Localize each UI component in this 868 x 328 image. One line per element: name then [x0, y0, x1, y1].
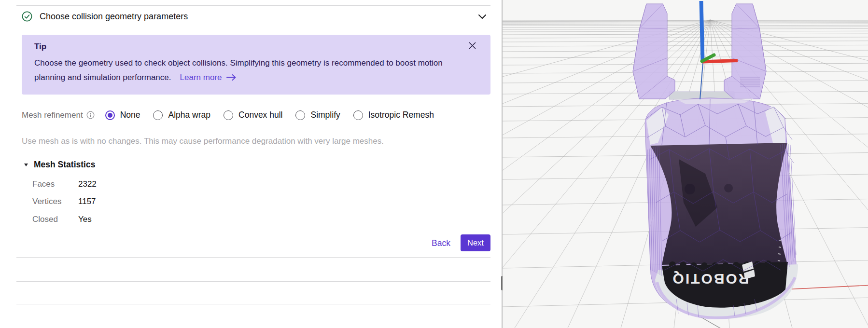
- section-import-hierarchy[interactable]: Choose import hierarchy: [0, 304, 502, 328]
- stat-label: Closed: [32, 215, 78, 224]
- check-circle-icon: [22, 11, 32, 22]
- tip-body: Choose the geometry used to check object…: [34, 56, 447, 85]
- radio-label: Convex hull: [238, 110, 282, 120]
- radio-option-alpha-wrap[interactable]: Alpha wrap: [153, 110, 210, 120]
- import-wizard-panel: Choose collision geometry parameters Tip…: [0, 0, 502, 328]
- stat-label: Faces: [32, 179, 78, 189]
- radio-option-none[interactable]: None: [105, 110, 140, 120]
- section-user-data[interactable]: Add optional user data: [0, 281, 502, 304]
- chevron-down-icon[interactable]: [478, 14, 487, 19]
- divider: [16, 5, 490, 6]
- refinement-description: Use mesh as is with no changes. This may…: [22, 137, 384, 146]
- next-button[interactable]: Next: [461, 234, 490, 251]
- stat-value: 1157: [78, 197, 96, 206]
- tip-banner: Tip Choose the geometry used to check ob…: [22, 35, 490, 95]
- stat-value: 2322: [78, 179, 97, 189]
- radio-label: Isotropic Remesh: [368, 110, 434, 120]
- radio-button[interactable]: [353, 110, 363, 120]
- tip-text-line2: planning and simulation performance.: [34, 73, 171, 82]
- section-title: Choose collision geometry parameters: [40, 12, 188, 22]
- axis-x-red: [702, 61, 738, 62]
- cup-mesh: ROBOTIQ: [645, 98, 798, 319]
- stat-row-vertices: Vertices1157: [32, 197, 96, 206]
- radio-button[interactable]: [224, 110, 233, 120]
- stat-row-faces: Faces2322: [32, 179, 97, 189]
- mesh-statistics-header[interactable]: Mesh Statistics: [24, 160, 95, 170]
- radio-option-simplify[interactable]: Simplify: [295, 110, 340, 120]
- caret-down-icon: [24, 164, 28, 166]
- section-collision-geometry[interactable]: Choose collision geometry parameters: [22, 10, 188, 23]
- close-icon[interactable]: [467, 41, 477, 51]
- radio-option-convex-hull[interactable]: Convex hull: [224, 110, 282, 120]
- mesh-refinement-group: Mesh refinement None Alpha wrap Convex h…: [22, 110, 447, 120]
- stat-label: Vertices: [32, 197, 78, 206]
- app: Choose collision geometry parameters Tip…: [0, 0, 868, 328]
- radio-label: None: [120, 110, 140, 120]
- tip-text-line1: Choose the geometry used to check object…: [34, 58, 443, 68]
- learn-more-link[interactable]: Learn more: [180, 73, 222, 82]
- radio-label: Alpha wrap: [168, 110, 210, 120]
- model-brand-text: ROBOTIQ: [672, 271, 749, 287]
- radio-label: Simplify: [310, 110, 340, 120]
- radio-button[interactable]: [153, 110, 163, 120]
- axis-z-blue: [701, 1, 703, 62]
- radio-button[interactable]: [105, 110, 115, 120]
- radio-button[interactable]: [295, 110, 305, 120]
- stat-value: Yes: [78, 215, 92, 224]
- stat-row-closed: ClosedYes: [32, 215, 92, 224]
- info-icon[interactable]: [86, 111, 95, 119]
- radio-option-isotropic-remesh[interactable]: Isotropic Remesh: [353, 110, 434, 120]
- back-button[interactable]: Back: [432, 238, 450, 248]
- mesh-refinement-label: Mesh refinement: [22, 110, 83, 120]
- arrow-right-icon: [226, 74, 237, 81]
- mesh-statistics-title: Mesh Statistics: [34, 160, 95, 170]
- viewport-3d[interactable]: ROBOTIQ: [503, 0, 868, 328]
- tip-title: Tip: [34, 42, 46, 52]
- viewport-canvas[interactable]: ROBOTIQ: [503, 0, 868, 328]
- section-material-settings[interactable]: Choose material settings: [0, 257, 502, 281]
